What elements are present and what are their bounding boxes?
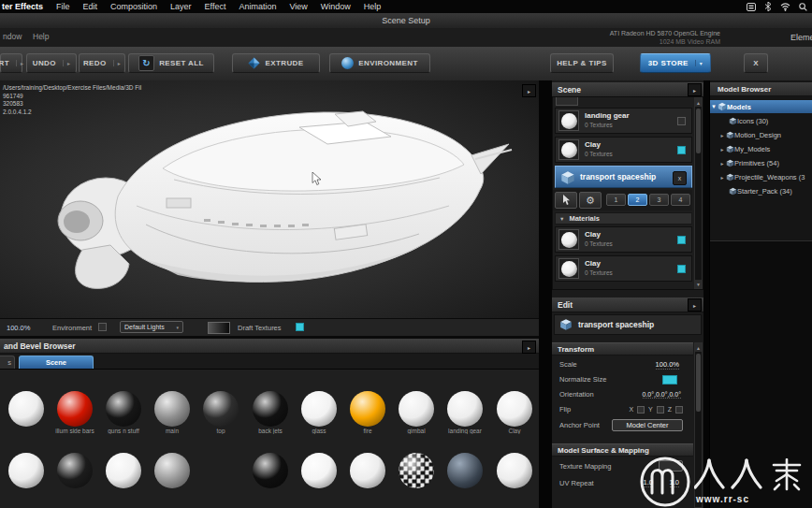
menu-view[interactable]: View: [283, 2, 313, 11]
menu-composition[interactable]: Composition: [104, 2, 164, 11]
scene-scrollbar[interactable]: ▲ ▼: [694, 97, 703, 289]
tree-item-my-models[interactable]: ▸ My_Models: [710, 143, 812, 155]
material-swatch[interactable]: [491, 453, 538, 489]
environment-checkbox[interactable]: [98, 323, 107, 331]
group-button-4[interactable]: 4: [671, 194, 690, 206]
scene-item-landing-gear[interactable]: landing gear 0 Textures: [555, 108, 692, 134]
scroll-up-icon[interactable]: ▲: [695, 98, 702, 107]
settings-gear-button[interactable]: ⚙: [579, 192, 602, 209]
environment-button[interactable]: ENVIRONMENT: [329, 53, 430, 73]
viewport[interactable]: /Users/training/Desktop/Exercise Files/M…: [0, 80, 539, 318]
material-swatch[interactable]: Clay: [491, 391, 538, 434]
scale-value[interactable]: 100.0%: [656, 360, 679, 370]
tree-item-motion-design[interactable]: ▸ Motion_Design: [710, 129, 812, 141]
tree-item-projectile-weapons[interactable]: ▸ Projectile_Weapons (3: [710, 171, 812, 183]
scroll-down-icon[interactable]: ▼: [695, 280, 702, 288]
visibility-checkbox[interactable]: [677, 117, 686, 125]
menu-help-secondary[interactable]: Help: [33, 32, 49, 41]
undo-button[interactable]: UNDO ▸: [26, 53, 77, 73]
close-icon[interactable]: x: [673, 171, 687, 185]
tree-expand-icon[interactable]: ▸: [718, 174, 726, 181]
draft-textures-checkbox[interactable]: [296, 323, 304, 331]
material-swatch[interactable]: top: [197, 391, 244, 434]
menu-app[interactable]: ter Effects: [0, 2, 50, 11]
material-swatch[interactable]: back jets: [247, 391, 294, 434]
extrude-button[interactable]: EXTRUDE: [232, 53, 320, 73]
spaceship-model[interactable]: [26, 86, 513, 311]
material-swatch[interactable]: main: [149, 391, 196, 434]
tree-item-starter-pack[interactable]: Starter_Pack (34): [710, 185, 812, 197]
light-preview-swatch[interactable]: [208, 322, 230, 334]
material-swatch[interactable]: [247, 453, 294, 489]
orientation-value[interactable]: 0.0°,0.0°,0.0°: [643, 391, 681, 399]
material-swatch[interactable]: [442, 453, 488, 489]
material-swatch[interactable]: gimbal: [393, 391, 440, 434]
edit-model-item[interactable]: transport spaceship: [554, 314, 702, 335]
visibility-checkbox[interactable]: [677, 146, 686, 154]
menu-animation[interactable]: Animation: [232, 2, 283, 11]
help-tips-button[interactable]: HELP & TIPS: [550, 53, 614, 73]
material-swatch[interactable]: illum side bars: [51, 391, 98, 434]
material-swatch[interactable]: glass: [296, 391, 342, 434]
material-swatch[interactable]: [3, 453, 50, 489]
material-swatch[interactable]: guns n stuff: [100, 391, 147, 434]
menu-window-partial[interactable]: ndow: [3, 32, 22, 41]
tab-presets-partial[interactable]: s: [0, 356, 15, 369]
flip-z-checkbox[interactable]: [675, 406, 683, 414]
flip-y-checkbox[interactable]: [657, 406, 664, 414]
panel-expand-icon[interactable]: ▸: [522, 84, 536, 97]
panel-expand-icon[interactable]: ▸: [688, 83, 702, 96]
scrollbar-thumb[interactable]: [696, 109, 701, 153]
material-item-clay[interactable]: Clay 0 Textures: [555, 255, 692, 282]
menu-layer[interactable]: Layer: [164, 2, 198, 11]
panel-expand-icon[interactable]: ▸: [522, 341, 536, 354]
materials-section-header[interactable]: ▼ Materials: [555, 212, 692, 225]
spotlight-icon[interactable]: [799, 3, 807, 11]
tree-item-icons[interactable]: Icons (30): [710, 115, 812, 127]
tab-scene[interactable]: Scene: [19, 356, 94, 369]
3d-store-button[interactable]: 3D STORE ▾: [640, 53, 711, 73]
tree-collapse-icon[interactable]: ▼: [710, 104, 718, 109]
menu-effect[interactable]: Effect: [198, 2, 233, 11]
flip-x-checkbox[interactable]: [637, 406, 645, 414]
transform-section-header[interactable]: Transform: [552, 342, 693, 356]
material-swatch[interactable]: [51, 453, 98, 489]
group-button-1[interactable]: 1: [606, 194, 626, 206]
bluetooth-icon[interactable]: [764, 2, 772, 11]
material-swatch[interactable]: [197, 453, 244, 489]
reset-all-button[interactable]: ↻ RESET ALL: [128, 53, 214, 73]
menu-file[interactable]: File: [50, 2, 77, 11]
material-item-clay[interactable]: Clay 0 Textures: [555, 226, 692, 253]
material-swatch[interactable]: [3, 391, 50, 428]
tree-expand-icon[interactable]: ▸: [718, 132, 726, 138]
material-swatch[interactable]: [344, 453, 391, 489]
menu-edit[interactable]: Edit: [77, 2, 105, 11]
keyboard-layout-icon[interactable]: [747, 3, 756, 11]
scroll-up-icon[interactable]: ▲: [695, 343, 702, 352]
material-swatch[interactable]: fire: [344, 391, 391, 434]
group-button-3[interactable]: 3: [649, 194, 669, 206]
material-swatch[interactable]: [149, 453, 196, 489]
menu-help[interactable]: Help: [357, 2, 388, 11]
scene-item-transport-spaceship-selected[interactable]: transport spaceship x: [555, 166, 692, 188]
normalize-size-toggle[interactable]: [662, 375, 677, 385]
tree-expand-icon[interactable]: ▸: [718, 146, 726, 152]
wifi-icon[interactable]: [780, 3, 790, 11]
material-swatch[interactable]: [100, 453, 147, 489]
scene-item-clay[interactable]: Clay 0 Textures: [555, 137, 692, 163]
panel-expand-icon[interactable]: ▸: [688, 298, 702, 312]
lights-dropdown[interactable]: Default Lights ▾: [120, 321, 183, 333]
menu-window[interactable]: Window: [314, 2, 357, 11]
select-tool-button[interactable]: [555, 192, 577, 209]
anchor-point-dropdown[interactable]: Model Center: [612, 419, 683, 431]
material-swatch[interactable]: [393, 453, 440, 489]
tree-item-primitives[interactable]: ▸ Primitives (54): [710, 157, 812, 169]
import-button-partial[interactable]: RT ▸: [0, 53, 22, 73]
scrollbar-thumb[interactable]: [696, 354, 701, 412]
close-scene-setup-button[interactable]: X: [744, 53, 768, 73]
tree-expand-icon[interactable]: ▸: [718, 160, 726, 167]
visibility-checkbox[interactable]: [677, 265, 686, 273]
visibility-checkbox[interactable]: [677, 236, 686, 244]
tree-item-models[interactable]: ▼ Models: [710, 100, 812, 113]
material-swatch[interactable]: [296, 453, 342, 489]
